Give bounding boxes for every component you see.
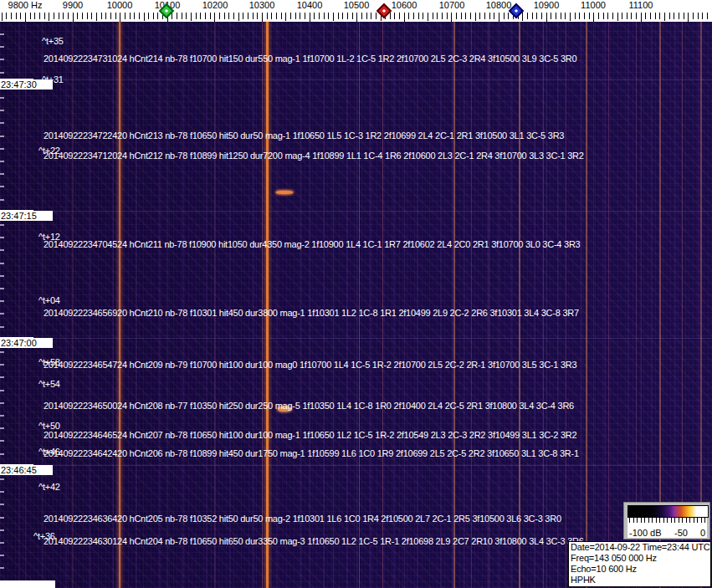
- time-minor-tick: [0, 453, 4, 455]
- freq-tick: [546, 13, 547, 22]
- freq-tick: [290, 13, 291, 19]
- freq-tick: [39, 13, 40, 19]
- freq-tick: [702, 13, 703, 19]
- time-minor-tick: [0, 275, 4, 277]
- freq-tick: [300, 13, 300, 19]
- time-minor-tick: [0, 173, 4, 175]
- time-minor-tick: [0, 440, 4, 442]
- freq-tick: [182, 13, 182, 19]
- freq-label: 10300: [249, 0, 275, 10]
- freq-tick: [451, 13, 452, 22]
- freq-tick: [120, 13, 120, 22]
- freq-label: 11100: [629, 0, 653, 10]
- freq-tick: [641, 13, 642, 22]
- db-label-max: 0: [700, 528, 705, 538]
- freq-tick: [688, 13, 689, 22]
- freq-tick: [196, 13, 197, 19]
- freq-tick: [130, 13, 131, 19]
- freq-tick: [413, 13, 414, 19]
- freq-tick: [276, 13, 277, 19]
- time-minor-tick: [0, 110, 4, 111]
- time-minor-tick: [0, 148, 4, 150]
- carrier-line: [566, 22, 566, 588]
- legend-tick: [701, 518, 702, 523]
- detection-time-marker: ^t+35: [42, 36, 64, 46]
- freq-tick: [110, 13, 111, 19]
- time-minor-tick: [0, 59, 4, 60]
- grid-line-vertical: [215, 22, 216, 588]
- legend-tick: [633, 518, 634, 523]
- freq-tick: [87, 13, 88, 19]
- freq-tick: [177, 13, 177, 19]
- freq-tick: [561, 13, 561, 19]
- time-minor-tick: [0, 186, 4, 187]
- carrier-line: [359, 22, 360, 588]
- carrier-line: [608, 22, 609, 588]
- freq-tick: [157, 13, 158, 19]
- freq-tick: [105, 13, 106, 19]
- freq-tick: [352, 13, 353, 19]
- freq-tick: [243, 13, 243, 19]
- freq-tick: [219, 13, 220, 19]
- freq-tick: [30, 13, 31, 19]
- detection-log-line: 20140922234656920 hCnt210 nb-78 f10301 h…: [44, 308, 579, 318]
- freq-tick: [579, 13, 580, 19]
- legend-tick: [671, 518, 672, 523]
- freq-tick: [423, 13, 423, 19]
- freq-tick: [607, 13, 608, 19]
- freq-tick: [49, 13, 49, 21]
- carrier-line: [262, 22, 263, 588]
- freq-tick: [125, 13, 125, 19]
- time-minor-tick: [0, 313, 4, 314]
- db-label-min: -100 dB: [629, 528, 662, 538]
- freq-tick: [205, 13, 206, 19]
- freq-tick: [20, 13, 21, 19]
- freq-label: 10700: [439, 0, 465, 10]
- freq-label: 10900: [534, 0, 560, 10]
- freq-tick: [399, 13, 400, 19]
- freq-tick: [707, 13, 708, 19]
- detection-log-line: 20140922234642420 hCnt206 nb-78 f10899 h…: [44, 448, 579, 458]
- grid-line-horizontal: [0, 465, 712, 466]
- freq-tick: [101, 13, 102, 19]
- grid-line-horizontal: [0, 211, 712, 212]
- detection-log-line: 20140922234650024 hCnt208 nb-77 f10350 h…: [44, 401, 574, 411]
- time-minor-tick: [0, 97, 4, 99]
- detection-time-marker: ^t+42: [38, 482, 60, 492]
- carrier-line: [543, 22, 544, 588]
- freq-tick: [598, 13, 599, 19]
- freq-tick: [693, 13, 694, 19]
- freq-tick: [25, 13, 26, 22]
- freq-tick: [556, 13, 556, 19]
- freq-tick: [210, 13, 211, 19]
- freq-tick: [394, 13, 395, 19]
- freq-tick: [664, 13, 665, 21]
- legend-tick: [656, 518, 657, 523]
- freq-tick: [494, 13, 494, 19]
- freq-tick: [371, 13, 371, 19]
- freq-tick: [305, 13, 305, 19]
- legend-tick: [704, 518, 705, 523]
- freq-tick: [342, 13, 343, 19]
- detection-log-line: 20140922234636420 hCnt205 nb-78 f10352 h…: [44, 514, 561, 524]
- carrier-line: [119, 22, 120, 588]
- freq-tick: [408, 13, 409, 19]
- freq-tick: [674, 13, 674, 19]
- db-label-mid: -50: [674, 528, 688, 538]
- freq-tick: [390, 13, 391, 19]
- info-echo: Echo=10 600 Hz: [571, 564, 710, 575]
- freq-label: 11000: [581, 0, 606, 10]
- freq-tick: [669, 13, 670, 19]
- freq-tick: [508, 13, 509, 19]
- time-minor-tick: [0, 427, 4, 429]
- freq-tick: [96, 13, 97, 21]
- detection-log-line: 20140922234704524 hCnt211 nb-78 f10900 h…: [44, 239, 580, 249]
- carrier-line: [266, 22, 269, 588]
- legend-tick: [667, 518, 668, 523]
- time-minor-tick: [0, 135, 4, 137]
- freq-tick: [11, 13, 12, 19]
- freq-tick: [536, 13, 537, 19]
- freq-tick: [115, 13, 116, 19]
- freq-tick: [603, 13, 604, 19]
- freq-tick: [428, 13, 428, 21]
